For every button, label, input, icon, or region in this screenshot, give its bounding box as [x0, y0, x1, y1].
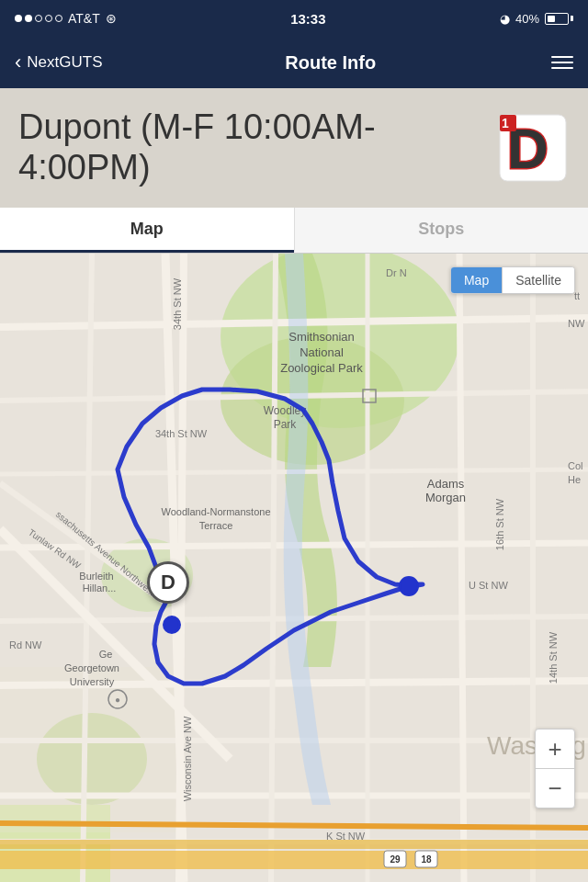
battery-percent: 40% — [515, 12, 539, 26]
svg-text:University: University — [70, 676, 115, 687]
svg-text:1: 1 — [502, 116, 509, 130]
svg-text:tt: tt — [574, 290, 580, 301]
dot-1 — [15, 15, 22, 22]
map-background: Smithsonian National Zoological Park Woo… — [0, 254, 588, 882]
back-button[interactable]: ‹ NextGUTS — [15, 51, 103, 74]
dot-2 — [25, 15, 32, 22]
status-left: AT&T ⊛ — [15, 11, 117, 26]
dot-3 — [35, 15, 42, 22]
status-time: 13:33 — [290, 11, 325, 27]
route-title: Dupont (M-F 10:00AM-4:00PM) — [18, 107, 496, 187]
svg-line-25 — [459, 254, 464, 882]
svg-text:●: ● — [115, 695, 120, 705]
svg-text:Rd NW: Rd NW — [9, 639, 42, 650]
back-chevron-icon: ‹ — [15, 51, 21, 74]
map-type-satellite-button[interactable]: Satellite — [503, 267, 574, 293]
svg-text:16th St NW: 16th St NW — [494, 498, 505, 550]
nav-bar: ‹ NextGUTS Route Info — [0, 37, 588, 88]
carrier-label: AT&T — [68, 11, 100, 26]
svg-text:34th St NW: 34th St NW — [172, 277, 183, 330]
tab-stops[interactable]: Stops — [294, 208, 589, 253]
svg-text:Ge: Ge — [99, 649, 113, 660]
svg-text:K St NW: K St NW — [326, 831, 366, 842]
menu-button[interactable] — [551, 56, 573, 69]
svg-rect-31 — [0, 840, 588, 849]
status-bar: AT&T ⊛ 13:33 ◕ 40% — [0, 0, 588, 37]
svg-text:Zoological Park: Zoological Park — [280, 361, 363, 375]
map-type-toggle[interactable]: Map Satellite — [450, 266, 575, 294]
tab-bar: Map Stops — [0, 208, 588, 254]
svg-text:Adams: Adams — [427, 477, 465, 491]
svg-text:18: 18 — [421, 854, 432, 865]
route-start-dot — [163, 616, 181, 634]
zoom-out-button[interactable]: − — [536, 769, 574, 808]
zoom-in-button[interactable]: + — [536, 729, 574, 768]
svg-text:National: National — [300, 345, 344, 359]
bluetooth-icon: ◕ — [500, 12, 510, 26]
battery-fill — [548, 16, 555, 22]
svg-rect-30 — [0, 851, 588, 869]
svg-text:Col: Col — [568, 460, 583, 471]
svg-text:Dr N: Dr N — [386, 267, 407, 278]
svg-text:NW: NW — [568, 318, 585, 329]
zoom-controls: + − — [535, 729, 575, 808]
svg-text:He: He — [568, 474, 581, 485]
route-header: Dupont (M-F 10:00AM-4:00PM) D D 1 — [0, 88, 588, 208]
menu-icon-line1 — [551, 56, 573, 58]
svg-text:29: 29 — [390, 854, 401, 865]
battery-body — [545, 13, 569, 25]
svg-text:Wisconsin Ave NW: Wisconsin Ave NW — [182, 716, 193, 801]
svg-text:34th St NW: 34th St NW — [155, 428, 208, 439]
map-container[interactable]: Smithsonian National Zoological Park Woo… — [0, 254, 588, 882]
svg-text:U St NW: U St NW — [469, 580, 508, 591]
app-name-label: NextGUTS — [27, 53, 102, 72]
route-d-marker: D — [147, 561, 189, 604]
svg-point-70 — [400, 577, 418, 595]
battery-tip — [571, 16, 573, 21]
tab-map[interactable]: Map — [0, 208, 294, 253]
svg-text:Park: Park — [274, 418, 298, 431]
svg-text:Woodland-Normanstone: Woodland-Normanstone — [161, 506, 270, 517]
svg-text:Smithsonian: Smithsonian — [288, 330, 355, 344]
dot-5 — [55, 15, 62, 22]
svg-text:Morgan: Morgan — [425, 491, 466, 504]
page-title: Route Info — [285, 52, 376, 74]
battery-icon — [545, 13, 573, 25]
svg-text:Terrace: Terrace — [199, 520, 233, 531]
svg-text:Burleith: Burleith — [79, 571, 113, 582]
svg-text:14th St NW: 14th St NW — [548, 631, 559, 684]
wifi-icon: ⊛ — [106, 11, 117, 26]
svg-text:Hillan...: Hillan... — [83, 582, 117, 594]
status-right: ◕ 40% — [500, 12, 573, 26]
menu-icon-line3 — [551, 67, 573, 69]
map-type-map-button[interactable]: Map — [451, 267, 502, 293]
signal-dots — [15, 15, 62, 22]
menu-icon-line2 — [551, 62, 573, 63]
dot-4 — [45, 15, 52, 22]
svg-text:Georgetown: Georgetown — [64, 662, 119, 673]
route-logo: D D 1 — [496, 111, 570, 185]
